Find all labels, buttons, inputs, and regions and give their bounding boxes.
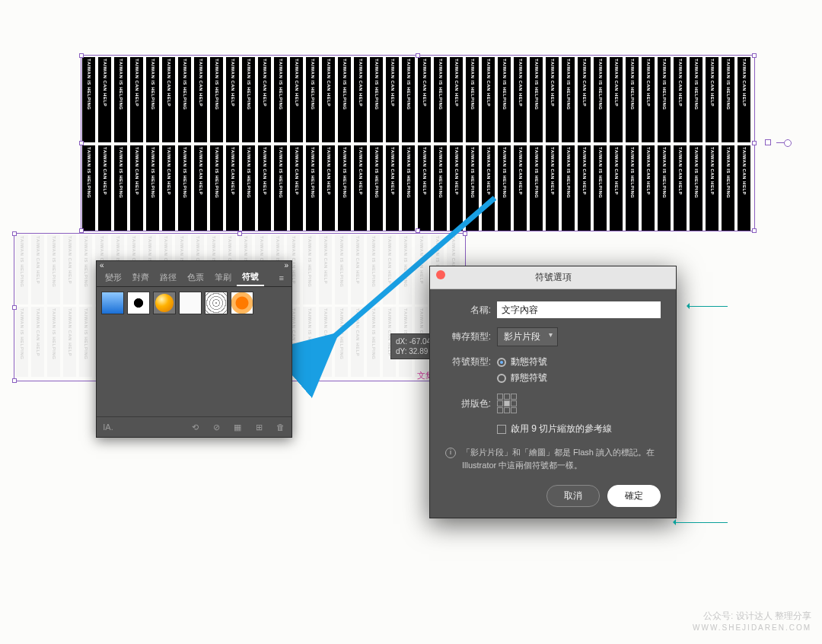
- tab-align[interactable]: 對齊: [127, 269, 155, 286]
- tab-transform[interactable]: 變形: [100, 269, 127, 286]
- white-swatch[interactable]: [179, 292, 202, 314]
- dialog-title: 符號選項: [430, 266, 676, 289]
- watermark-line1: 公众号: 设计达人 整理分享: [693, 610, 811, 623]
- export-type-label: 轉存類型:: [445, 330, 491, 343]
- flower-swatch[interactable]: [231, 292, 253, 314]
- callout-arrow-name: [690, 306, 728, 307]
- radio-dynamic-symbol[interactable]: 動態符號: [497, 355, 547, 368]
- tab-pathfinder[interactable]: 路徑: [155, 269, 182, 286]
- slice-guides-checkbox[interactable]: 啟用 9 切片縮放的參考線: [497, 422, 661, 435]
- panel-flyout-menu-icon[interactable]: ≡: [275, 273, 288, 282]
- watermark: 公众号: 设计达人 整理分享 WWW.SHEJIDAREN.COM: [693, 610, 811, 633]
- panel-footer: IA. ⟲ ⊘ ▦ ⊞ 🗑: [97, 416, 292, 437]
- callout-arrow-ok: [676, 522, 728, 523]
- delete-symbol-icon[interactable]: 🗑: [275, 422, 285, 432]
- symbol-options-icon[interactable]: ▦: [232, 422, 243, 432]
- new-symbol-icon[interactable]: ⊞: [253, 422, 264, 432]
- panel-close-icon[interactable]: »: [284, 261, 288, 269]
- name-label: 名稱:: [445, 304, 491, 317]
- registration-grid[interactable]: [497, 394, 517, 413]
- rotate-origin-handle[interactable]: [765, 139, 771, 145]
- symbol-swatch-grid[interactable]: [97, 287, 292, 416]
- checkbox-off-icon: [497, 425, 506, 434]
- break-link-icon[interactable]: ⊘: [211, 422, 221, 432]
- watermark-line2: WWW.SHEJIDAREN.COM: [693, 623, 811, 633]
- radio-static-symbol[interactable]: 靜態符號: [497, 371, 661, 384]
- name-field[interactable]: [497, 301, 661, 318]
- ok-button[interactable]: 確定: [607, 485, 661, 507]
- panel-titlebar[interactable]: « »: [97, 261, 292, 269]
- tab-brushes[interactable]: 筆刷: [209, 269, 237, 286]
- info-icon: i: [445, 448, 456, 458]
- panel-tab-strip: 變形 對齊 路徑 色票 筆刷 符號 ≡: [97, 269, 292, 287]
- orb-swatch[interactable]: [153, 292, 176, 314]
- registration-label: 拼版色:: [445, 397, 491, 410]
- info-text: i 「影片片段」和「繪圖」都是 Flash 讀入的標記。在 Illustrato…: [445, 446, 661, 471]
- radio-dot-on-icon: [497, 358, 506, 367]
- tab-symbols[interactable]: 符號: [237, 269, 264, 286]
- gradient-swatch[interactable]: [101, 292, 124, 314]
- place-symbol-icon[interactable]: ⟲: [190, 422, 200, 432]
- symbols-panel[interactable]: « » 變形 對齊 路徑 色票 筆刷 符號 ≡ IA. ⟲ ⊘ ▦ ⊞ �: [96, 260, 292, 438]
- close-icon[interactable]: [436, 270, 445, 279]
- panel-collapse-icon[interactable]: «: [100, 261, 104, 269]
- symbol-type-label: 符號類型:: [445, 355, 491, 368]
- symbol-library-icon[interactable]: IA.: [103, 422, 113, 432]
- mesh-swatch[interactable]: [205, 292, 228, 314]
- radio-dot-off-icon: [497, 374, 506, 383]
- symbol-options-dialog[interactable]: 符號選項 名稱: 轉存類型: 影片片段 符號類型: 動態符號: [429, 266, 677, 518]
- ink-swatch[interactable]: [127, 292, 150, 314]
- export-type-select[interactable]: 影片片段: [497, 327, 558, 346]
- cancel-button[interactable]: 取消: [546, 485, 600, 507]
- selection-bbox-top[interactable]: [81, 55, 755, 231]
- tab-swatches[interactable]: 色票: [182, 269, 209, 286]
